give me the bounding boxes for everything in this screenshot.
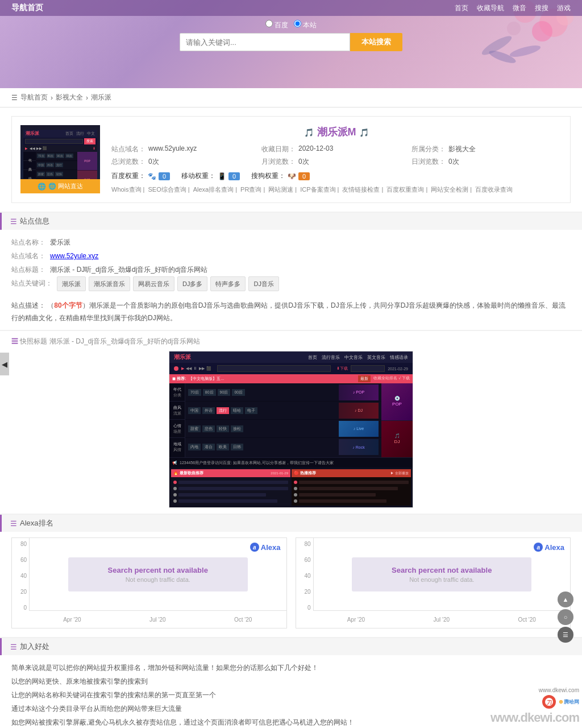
nav-link-game[interactable]: 游戏 xyxy=(557,3,571,13)
alexa-chart-1: a Alexa 80 60 40 20 0 Search percent not… xyxy=(11,537,287,628)
breadcrumb-category[interactable]: 影视大全 xyxy=(56,93,83,102)
category-info: 所属分类： 影视大全 xyxy=(411,144,562,154)
join-desc: 简单来说就是可以把你的网站提升权重排名，增加外链和网站流量！如果您分的话那么如下… xyxy=(11,661,571,728)
baidu-pc-auth: 百度权重： 🐾 0 xyxy=(111,171,170,181)
baidu-pc-badge: 0 xyxy=(159,172,170,180)
whois-link[interactable]: Whois查询 xyxy=(111,186,142,193)
alexa-charts-container: a Alexa 80 60 40 20 0 Search percent not… xyxy=(11,537,571,628)
radio-baidu-input[interactable] xyxy=(265,20,273,27)
monthly-views-info: 月浏览数： 0次 xyxy=(261,157,411,167)
baidu-pc-icon: 🐾 xyxy=(148,172,156,180)
join-benefit-1: 以您的网站更快、原来地被搜索引擎的搜索到 xyxy=(11,675,571,688)
chart1-subtitle: Not enough traffic data. xyxy=(80,576,236,583)
site-info-section: 潮乐派 首页 流行 中文 搜索 ▶ xyxy=(0,107,582,212)
site-description: 站点描述： （80个字节）潮乐派是一个音质影响力的原创电音DJ音乐与选曲歌曲网站… xyxy=(0,300,582,330)
alexa-charts-area: a Alexa 80 60 40 20 0 Search percent not… xyxy=(0,532,582,637)
globe-icon: 🌐 xyxy=(38,183,46,191)
breadcrumb-current: 潮乐派 xyxy=(91,93,111,102)
dkewl-text: www.dkewi.com xyxy=(539,687,579,693)
float-icon-3[interactable]: ☰ xyxy=(558,627,573,643)
rss-icon: ☰ xyxy=(10,217,17,226)
baidu-mobile-badge: 0 xyxy=(228,172,240,180)
float-icons-panel: ▲ ○ ☰ xyxy=(558,592,573,643)
site-thumbnail: 潮乐派 首页 流行 中文 搜索 ▶ xyxy=(20,125,100,193)
nav-link-search[interactable]: 搜搜 xyxy=(535,3,548,13)
tanghaha-label: ⊛ xyxy=(559,699,563,705)
alexa-section: ☰ Alexa排名 a Alexa 80 60 40 20 0 xyxy=(0,515,582,637)
site-details: 🎵 潮乐派M 🎵 站点域名： www.52yule.xyz 收藏日期： 2020… xyxy=(111,125,562,194)
tag-1[interactable]: 潮乐派音乐 xyxy=(89,276,130,291)
join-benefit-2: 让您的网站名称和关键词在搜索引擎的搜索结果的第一页直至第一个 xyxy=(11,688,571,702)
chart2-placeholder: Search percent not available Not enough … xyxy=(352,557,531,592)
nav-link-home[interactable]: 首页 xyxy=(455,3,468,13)
radio-local-input[interactable] xyxy=(294,20,301,27)
chart2-x-axis: Apr '20 Jul '20 Oct '20 xyxy=(313,611,571,628)
site-basic-section: ☰ 站点信息 站点名称： 爱乐派 站点域名： www.52yule.xyz 站点… xyxy=(0,213,582,330)
visit-button[interactable]: 🌐 🌐 网站直达 xyxy=(20,179,100,193)
tag-4[interactable]: 特声多多 xyxy=(210,276,246,291)
rss-icon-snap: ☰ xyxy=(11,337,18,345)
friends-link[interactable]: 友情链接检查 xyxy=(342,186,380,193)
snapshot-section: ☰ 快照标题 潮乐派 - DJ_dj音乐_劲爆dj音乐_好听的dj音乐网站 潮乐… xyxy=(0,331,582,514)
domain-info: 站点域名： www.52yule.xyz xyxy=(111,144,261,154)
nav-links: 首页 收藏导航 微音 搜搜 游戏 xyxy=(455,3,571,13)
sogou-icon: 🐶 xyxy=(288,172,296,180)
collect-date-info: 收藏日期： 2020-12-03 xyxy=(261,144,411,154)
baidu-weight-link[interactable]: 百度权重查询 xyxy=(386,186,424,193)
svg-text:刀: 刀 xyxy=(546,700,552,705)
site-name-display: 🎵 潮乐派M 🎵 xyxy=(111,125,562,139)
chart1-x-axis: Apr '20 Jul '20 Oct '20 xyxy=(29,611,286,628)
site-keywords-item: 站点关键词： 潮乐派 潮乐派音乐 网易云音乐 DJ多多 特声多多 DJ音乐 xyxy=(11,276,571,291)
security-link[interactable]: 网站安全检测 xyxy=(431,186,468,193)
breadcrumb-icon: ☰ xyxy=(11,94,18,102)
tanghaha-logo-wrap: 刀 ⊛ 腾哈网 xyxy=(541,693,579,710)
baidu-index-link[interactable]: 百度收录查询 xyxy=(475,186,513,193)
float-icon-1[interactable]: ▲ xyxy=(558,592,573,607)
alexa-link[interactable]: Alexa排名查询 xyxy=(193,186,234,193)
join-benefit-4: 如您网站被搜索引擎屏蔽,避免心马机永久被存责站信息，通过这个页面消浪者即可信息把… xyxy=(11,715,571,728)
sogou-auth: 搜狗权重： 🐶 0 xyxy=(251,171,310,181)
radio-local[interactable]: 本站 xyxy=(294,20,317,30)
tag-5[interactable]: DJ音乐 xyxy=(248,276,278,291)
radio-baidu[interactable]: 百度 xyxy=(265,20,288,30)
baidu-mobile-auth: 移动权重： 📱 0 xyxy=(181,171,240,181)
svg-point-1 xyxy=(532,21,552,42)
site-basic-content: 站点名称： 爱乐派 站点域名： www.52yule.xyz 站点标题： 潮乐派… xyxy=(0,230,582,300)
chart2-area: Search percent not available Not enough … xyxy=(313,538,571,611)
alexa-chart-2: a Alexa 80 60 40 20 0 Search percent not… xyxy=(296,537,571,628)
site-domain-item: 站点域名： www.52yule.xyz xyxy=(11,249,571,263)
authority-row: 百度权重： 🐾 0 移动权重： 📱 0 搜狗权重： 🐶 0 xyxy=(111,171,562,181)
breadcrumb-home[interactable]: 导航首页 xyxy=(20,93,48,102)
arrow-icon: ◀ xyxy=(2,360,7,369)
total-views-info: 总浏览数： 0次 xyxy=(111,157,261,167)
tag-0[interactable]: 潮乐派 xyxy=(57,276,86,291)
site-title-item: 站点标题： 潮乐派 - DJ听_dj音乐_劲爆dj音乐_好听的dj音乐网站 xyxy=(11,263,571,276)
icp-link[interactable]: ICP备案查询 xyxy=(300,186,335,193)
chart1-y-axis: 80 60 40 20 0 xyxy=(12,538,29,611)
nav-link-audio[interactable]: 微音 xyxy=(513,3,526,13)
site-name-item: 站点名称： 爱乐派 xyxy=(11,235,571,249)
query-links: Whois查询| SEO综合查询| Alexa排名查询| PR查询| 网站测速|… xyxy=(111,185,562,194)
site-screenshot: 潮乐派 首页 流行音乐 中文音乐 英文音乐 情感语录 ▶ ◀◀ ⏸ ▶▶ ⬛ xyxy=(169,351,413,508)
dkewl-logo: www.dkewi.com xyxy=(539,687,579,693)
music-icon2: 🎵 xyxy=(359,128,369,137)
nav-link-collection[interactable]: 收藏导航 xyxy=(477,3,504,13)
sogou-badge: 0 xyxy=(298,172,310,180)
side-toggle-arrow[interactable]: ◀ xyxy=(0,353,9,375)
pr-link[interactable]: PR查询 xyxy=(240,186,261,193)
search-button[interactable]: 本站搜索 xyxy=(350,33,402,51)
breadcrumb: ☰ 导航首页 › 影视大全 › 潮乐派 xyxy=(0,88,582,107)
seo-link[interactable]: SEO综合查询 xyxy=(148,186,186,193)
speed-link[interactable]: 网站测速 xyxy=(268,186,293,193)
tag-3[interactable]: DJ多多 xyxy=(177,276,207,291)
tag-2[interactable]: 网易云音乐 xyxy=(133,276,174,291)
search-input[interactable] xyxy=(180,33,350,51)
svg-point-7 xyxy=(509,43,542,59)
dkewl-big-text: www.dkewi.com xyxy=(490,710,579,725)
search-radio-group: 百度 本站 xyxy=(265,20,317,30)
tanghaha-brand: 腾哈网 xyxy=(564,698,579,706)
site-domain-link[interactable]: www.52yule.xyz xyxy=(50,249,98,263)
chart1-title: Search percent not available xyxy=(80,566,236,574)
float-icon-2[interactable]: ○ xyxy=(558,609,573,625)
join-benefit-0: 简单来说就是可以把你的网站提升权重排名，增加外链和网站流量！如果您分的话那么如下… xyxy=(11,661,571,675)
